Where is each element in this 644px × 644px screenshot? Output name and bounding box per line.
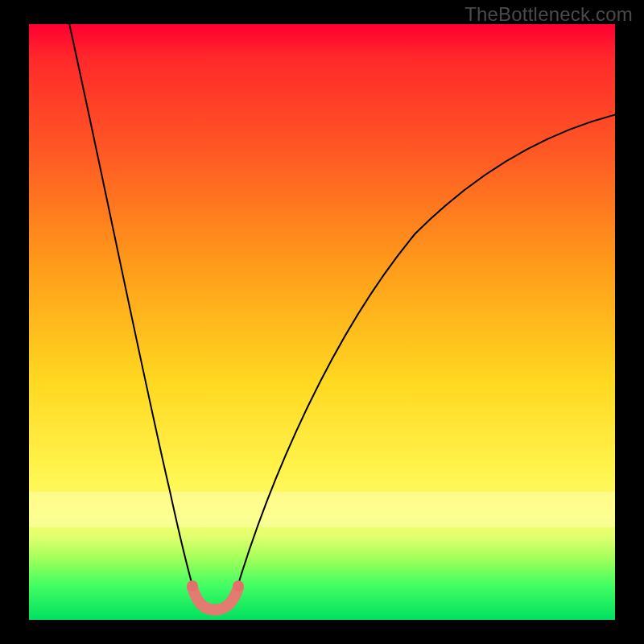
watermark-text: TheBottleneck.com: [464, 3, 633, 26]
chart-frame: TheBottleneck.com: [0, 0, 644, 644]
valley-dot-left: [187, 580, 198, 592]
valley-highlight: [192, 588, 238, 610]
curve-left: [68, 24, 196, 597]
curve-layer: [29, 24, 615, 620]
valley-dot-right: [233, 580, 244, 592]
curve-right: [234, 114, 615, 597]
bottleneck-gradient-plot: [29, 24, 615, 620]
